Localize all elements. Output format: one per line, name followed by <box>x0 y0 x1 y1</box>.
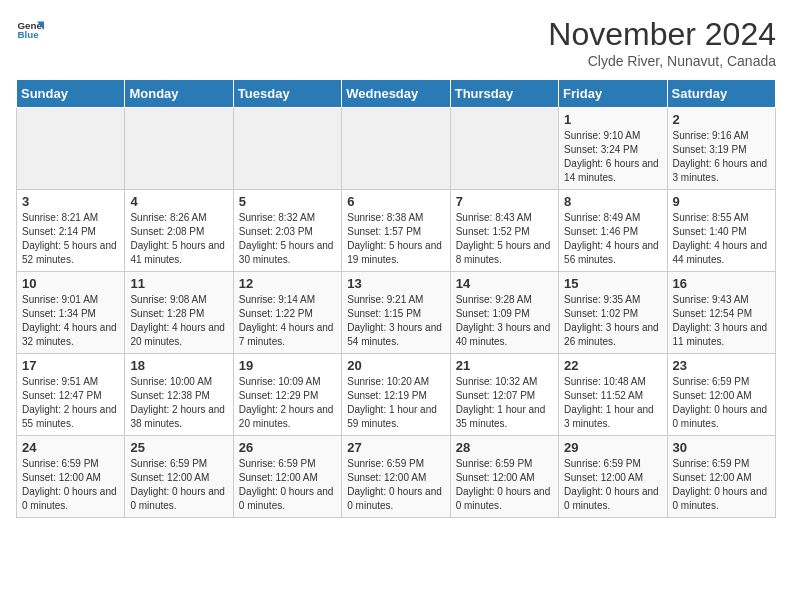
day-number: 6 <box>347 194 444 209</box>
day-cell <box>125 108 233 190</box>
week-row-3: 10Sunrise: 9:01 AM Sunset: 1:34 PM Dayli… <box>17 272 776 354</box>
day-info: Sunrise: 6:59 PM Sunset: 12:00 AM Daylig… <box>347 457 444 513</box>
week-row-1: 1Sunrise: 9:10 AM Sunset: 3:24 PM Daylig… <box>17 108 776 190</box>
day-number: 4 <box>130 194 227 209</box>
day-cell: 6Sunrise: 8:38 AM Sunset: 1:57 PM Daylig… <box>342 190 450 272</box>
day-info: Sunrise: 8:43 AM Sunset: 1:52 PM Dayligh… <box>456 211 553 267</box>
day-number: 24 <box>22 440 119 455</box>
day-info: Sunrise: 6:59 PM Sunset: 12:00 AM Daylig… <box>456 457 553 513</box>
day-header-tuesday: Tuesday <box>233 80 341 108</box>
day-info: Sunrise: 10:32 AM Sunset: 12:07 PM Dayli… <box>456 375 553 431</box>
day-info: Sunrise: 9:01 AM Sunset: 1:34 PM Dayligh… <box>22 293 119 349</box>
day-number: 22 <box>564 358 661 373</box>
days-row: SundayMondayTuesdayWednesdayThursdayFrid… <box>17 80 776 108</box>
calendar: SundayMondayTuesdayWednesdayThursdayFrid… <box>16 79 776 518</box>
day-info: Sunrise: 9:35 AM Sunset: 1:02 PM Dayligh… <box>564 293 661 349</box>
day-cell: 11Sunrise: 9:08 AM Sunset: 1:28 PM Dayli… <box>125 272 233 354</box>
day-info: Sunrise: 9:16 AM Sunset: 3:19 PM Dayligh… <box>673 129 770 185</box>
day-info: Sunrise: 10:09 AM Sunset: 12:29 PM Dayli… <box>239 375 336 431</box>
day-cell: 20Sunrise: 10:20 AM Sunset: 12:19 PM Day… <box>342 354 450 436</box>
day-header-saturday: Saturday <box>667 80 775 108</box>
day-cell: 7Sunrise: 8:43 AM Sunset: 1:52 PM Daylig… <box>450 190 558 272</box>
day-info: Sunrise: 10:20 AM Sunset: 12:19 PM Dayli… <box>347 375 444 431</box>
day-cell: 18Sunrise: 10:00 AM Sunset: 12:38 PM Day… <box>125 354 233 436</box>
day-info: Sunrise: 8:21 AM Sunset: 2:14 PM Dayligh… <box>22 211 119 267</box>
day-info: Sunrise: 8:49 AM Sunset: 1:46 PM Dayligh… <box>564 211 661 267</box>
day-number: 3 <box>22 194 119 209</box>
day-number: 7 <box>456 194 553 209</box>
day-cell <box>17 108 125 190</box>
day-number: 23 <box>673 358 770 373</box>
day-cell: 30Sunrise: 6:59 PM Sunset: 12:00 AM Dayl… <box>667 436 775 518</box>
day-info: Sunrise: 9:21 AM Sunset: 1:15 PM Dayligh… <box>347 293 444 349</box>
day-cell <box>342 108 450 190</box>
day-cell: 28Sunrise: 6:59 PM Sunset: 12:00 AM Dayl… <box>450 436 558 518</box>
day-number: 15 <box>564 276 661 291</box>
day-cell: 23Sunrise: 6:59 PM Sunset: 12:00 AM Dayl… <box>667 354 775 436</box>
day-info: Sunrise: 8:55 AM Sunset: 1:40 PM Dayligh… <box>673 211 770 267</box>
day-cell: 29Sunrise: 6:59 PM Sunset: 12:00 AM Dayl… <box>559 436 667 518</box>
day-number: 30 <box>673 440 770 455</box>
day-cell: 5Sunrise: 8:32 AM Sunset: 2:03 PM Daylig… <box>233 190 341 272</box>
day-number: 29 <box>564 440 661 455</box>
day-cell: 13Sunrise: 9:21 AM Sunset: 1:15 PM Dayli… <box>342 272 450 354</box>
day-header-friday: Friday <box>559 80 667 108</box>
calendar-header: SundayMondayTuesdayWednesdayThursdayFrid… <box>17 80 776 108</box>
day-cell: 14Sunrise: 9:28 AM Sunset: 1:09 PM Dayli… <box>450 272 558 354</box>
day-cell: 17Sunrise: 9:51 AM Sunset: 12:47 PM Dayl… <box>17 354 125 436</box>
calendar-body: 1Sunrise: 9:10 AM Sunset: 3:24 PM Daylig… <box>17 108 776 518</box>
day-info: Sunrise: 6:59 PM Sunset: 12:00 AM Daylig… <box>130 457 227 513</box>
day-cell: 25Sunrise: 6:59 PM Sunset: 12:00 AM Dayl… <box>125 436 233 518</box>
day-number: 17 <box>22 358 119 373</box>
day-number: 10 <box>22 276 119 291</box>
day-number: 27 <box>347 440 444 455</box>
day-info: Sunrise: 10:48 AM Sunset: 11:52 AM Dayli… <box>564 375 661 431</box>
day-number: 1 <box>564 112 661 127</box>
title-area: November 2024 Clyde River, Nunavut, Cana… <box>548 16 776 69</box>
day-cell: 26Sunrise: 6:59 PM Sunset: 12:00 AM Dayl… <box>233 436 341 518</box>
day-cell: 8Sunrise: 8:49 AM Sunset: 1:46 PM Daylig… <box>559 190 667 272</box>
day-info: Sunrise: 10:00 AM Sunset: 12:38 PM Dayli… <box>130 375 227 431</box>
day-number: 11 <box>130 276 227 291</box>
svg-text:Blue: Blue <box>17 29 39 40</box>
day-number: 8 <box>564 194 661 209</box>
day-number: 14 <box>456 276 553 291</box>
week-row-2: 3Sunrise: 8:21 AM Sunset: 2:14 PM Daylig… <box>17 190 776 272</box>
day-info: Sunrise: 9:14 AM Sunset: 1:22 PM Dayligh… <box>239 293 336 349</box>
day-info: Sunrise: 6:59 PM Sunset: 12:00 AM Daylig… <box>673 457 770 513</box>
day-cell: 1Sunrise: 9:10 AM Sunset: 3:24 PM Daylig… <box>559 108 667 190</box>
day-number: 19 <box>239 358 336 373</box>
day-number: 9 <box>673 194 770 209</box>
day-number: 13 <box>347 276 444 291</box>
day-number: 25 <box>130 440 227 455</box>
day-cell: 24Sunrise: 6:59 PM Sunset: 12:00 AM Dayl… <box>17 436 125 518</box>
month-title: November 2024 <box>548 16 776 53</box>
week-row-5: 24Sunrise: 6:59 PM Sunset: 12:00 AM Dayl… <box>17 436 776 518</box>
day-cell: 2Sunrise: 9:16 AM Sunset: 3:19 PM Daylig… <box>667 108 775 190</box>
day-cell: 12Sunrise: 9:14 AM Sunset: 1:22 PM Dayli… <box>233 272 341 354</box>
day-info: Sunrise: 8:38 AM Sunset: 1:57 PM Dayligh… <box>347 211 444 267</box>
day-number: 20 <box>347 358 444 373</box>
day-number: 21 <box>456 358 553 373</box>
day-cell <box>233 108 341 190</box>
day-cell <box>450 108 558 190</box>
day-cell: 21Sunrise: 10:32 AM Sunset: 12:07 PM Day… <box>450 354 558 436</box>
day-info: Sunrise: 6:59 PM Sunset: 12:00 AM Daylig… <box>673 375 770 431</box>
day-cell: 19Sunrise: 10:09 AM Sunset: 12:29 PM Day… <box>233 354 341 436</box>
day-number: 2 <box>673 112 770 127</box>
day-header-monday: Monday <box>125 80 233 108</box>
day-header-thursday: Thursday <box>450 80 558 108</box>
day-info: Sunrise: 8:26 AM Sunset: 2:08 PM Dayligh… <box>130 211 227 267</box>
day-number: 18 <box>130 358 227 373</box>
day-number: 5 <box>239 194 336 209</box>
day-info: Sunrise: 8:32 AM Sunset: 2:03 PM Dayligh… <box>239 211 336 267</box>
day-info: Sunrise: 9:28 AM Sunset: 1:09 PM Dayligh… <box>456 293 553 349</box>
day-info: Sunrise: 6:59 PM Sunset: 12:00 AM Daylig… <box>564 457 661 513</box>
day-info: Sunrise: 9:51 AM Sunset: 12:47 PM Daylig… <box>22 375 119 431</box>
day-info: Sunrise: 9:08 AM Sunset: 1:28 PM Dayligh… <box>130 293 227 349</box>
day-cell: 10Sunrise: 9:01 AM Sunset: 1:34 PM Dayli… <box>17 272 125 354</box>
week-row-4: 17Sunrise: 9:51 AM Sunset: 12:47 PM Dayl… <box>17 354 776 436</box>
day-info: Sunrise: 6:59 PM Sunset: 12:00 AM Daylig… <box>22 457 119 513</box>
day-header-sunday: Sunday <box>17 80 125 108</box>
day-cell: 16Sunrise: 9:43 AM Sunset: 12:54 PM Dayl… <box>667 272 775 354</box>
